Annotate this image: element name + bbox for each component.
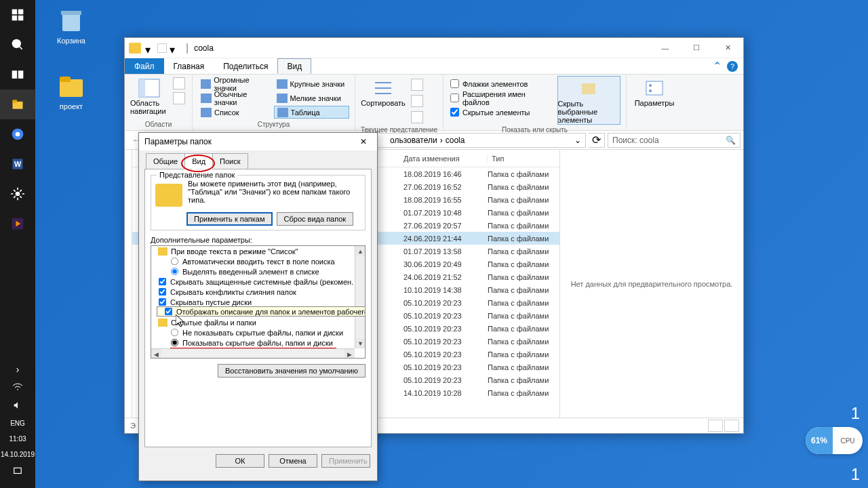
word-icon[interactable]: W (0, 149, 35, 179)
chrome-icon[interactable] (0, 119, 35, 149)
overlay-1: 1 (851, 404, 860, 423)
taskview-icon[interactable] (0, 60, 35, 89)
settings-icon[interactable] (0, 179, 35, 209)
taskbar: W › ENG 11:03 14.10.2019 (0, 0, 35, 488)
menu-home[interactable]: Главная (164, 58, 214, 74)
check-ext[interactable]: Расширения имен файлов (449, 92, 553, 104)
menu-file[interactable]: Файл (125, 58, 164, 74)
col-type[interactable]: Тип (488, 155, 559, 163)
menu-view[interactable]: Вид (277, 58, 311, 74)
tree-radio[interactable]: Не показывать скрытые файлы, папки и дис… (151, 327, 365, 338)
svg-rect-0 (12, 9, 18, 15)
check-flags[interactable]: Флажки элементов (449, 77, 553, 90)
view-large-icon[interactable] (724, 420, 739, 432)
tooltip: Отображать описание для папок и элементо… (157, 306, 366, 317)
help-icon[interactable]: ? (727, 61, 738, 72)
apply-button[interactable]: Применить (321, 454, 370, 468)
apply-to-folders-button[interactable]: Применить к папкам (186, 212, 273, 226)
addcol-button[interactable] (411, 79, 423, 91)
svg-point-29 (649, 89, 652, 92)
tree-check[interactable]: Скрывать пустые диски (151, 297, 365, 307)
group-areas-label: Области (130, 119, 186, 130)
cancel-button[interactable]: Отмена (269, 454, 317, 468)
svg-rect-7 (19, 71, 23, 78)
desktop-recycle-bin[interactable]: Корзина (47, 5, 95, 45)
maximize-button[interactable]: ☐ (681, 38, 712, 58)
explorer-icon[interactable] (0, 89, 35, 119)
titlebar[interactable]: ▾ ▾ | coola — ☐ ✕ (125, 38, 743, 58)
qa-icon[interactable] (157, 43, 167, 53)
menu-share[interactable]: Поделиться (214, 58, 277, 74)
groupby-button[interactable] (411, 95, 423, 107)
svg-rect-1 (18, 9, 24, 15)
start-button[interactable] (0, 0, 35, 30)
layout-small[interactable]: Мелкие значки (274, 92, 350, 104)
advanced-tree[interactable]: При вводе текста в режиме "Список" Автом… (151, 245, 366, 359)
tree-radio[interactable]: Автоматически вводить текст в поле поиск… (151, 256, 365, 266)
layout-list[interactable]: Список (198, 106, 274, 119)
cpu-percent: 61% (806, 427, 833, 454)
wifi-icon[interactable] (12, 379, 23, 396)
layout-large[interactable]: Крупные значки (274, 77, 350, 90)
options-button[interactable]: Параметры (632, 76, 677, 107)
expand-icon[interactable]: › (16, 360, 20, 379)
svg-rect-6 (13, 71, 17, 78)
col-date[interactable]: Дата изменения (399, 155, 488, 163)
recycle-label: Корзина (47, 37, 95, 45)
qa-dropdown-icon[interactable]: ▾ (170, 43, 179, 53)
volume-icon[interactable] (13, 396, 22, 415)
check-hidden[interactable]: Скрытые элементы (449, 106, 553, 119)
tray-lang[interactable]: ENG (10, 415, 25, 431)
svg-rect-9 (13, 100, 18, 102)
tab-view[interactable]: Вид (184, 153, 213, 169)
refresh-button[interactable]: ⟳ (589, 133, 605, 148)
folderview-group: Представление папок Вы можете применить … (151, 175, 366, 230)
nav-pane-button[interactable]: Область навигации (130, 76, 167, 115)
tab-general[interactable]: Общие (146, 153, 185, 169)
window-title: coola (194, 43, 214, 53)
hide-selected-button[interactable]: Скрыть выбранные элементы (557, 76, 620, 125)
tab-search[interactable]: Поиск (212, 153, 248, 169)
tray-date[interactable]: 14.10.2019 (1, 447, 35, 462)
sort-button[interactable]: Сортировать (361, 76, 406, 107)
view-details-icon[interactable] (708, 420, 723, 432)
advanced-label: Дополнительные параметры: (151, 236, 366, 244)
search-icon: 🔍 (726, 136, 736, 145)
svg-line-5 (20, 47, 22, 49)
svg-rect-22 (139, 79, 145, 97)
sizecol-button[interactable] (411, 111, 423, 123)
close-button[interactable]: ✕ (712, 38, 743, 58)
tray-time[interactable]: 11:03 (9, 431, 26, 447)
tree-check[interactable]: Скрывать защищенные системные файлы (рек… (151, 277, 365, 287)
restore-defaults-button[interactable]: Восстановить значения по умолчанию (218, 364, 366, 378)
layout-regular[interactable]: Обычные значки (198, 92, 274, 104)
svg-rect-17 (62, 14, 80, 31)
desktop-project-folder[interactable]: проект (47, 71, 95, 110)
svg-text:W: W (14, 160, 22, 168)
chevron-up-icon[interactable]: ⌃ (713, 60, 722, 73)
notifications-icon[interactable] (13, 462, 22, 481)
preview-pane-button[interactable] (173, 77, 185, 89)
dialog-titlebar[interactable]: Параметры папок ✕ (139, 133, 377, 150)
svg-rect-26 (582, 83, 595, 94)
layout-table[interactable]: Таблица (274, 106, 350, 119)
search-input[interactable]: Поиск: coola🔍 (608, 133, 741, 148)
tray: › ENG 11:03 14.10.2019 (0, 360, 35, 488)
tree-radio[interactable]: Выделять введенный элемент в списке (151, 266, 365, 277)
minimize-button[interactable]: — (650, 38, 681, 58)
tree-group: При вводе текста в режиме "Список" (151, 246, 365, 256)
search-icon[interactable] (0, 30, 35, 60)
qa-icon[interactable]: ▾ (145, 43, 155, 53)
cpu-widget[interactable]: 61% CPU (806, 427, 863, 454)
tree-check[interactable]: Скрывать конфликты слияния папок (151, 287, 365, 297)
media-icon[interactable] (0, 209, 35, 239)
svg-point-11 (16, 132, 20, 137)
group-structure-label: Структура (198, 119, 349, 130)
tree-radio[interactable]: Показывать скрытые файлы, папки и диски (151, 338, 365, 348)
dialog-close-button[interactable]: ✕ (350, 137, 377, 146)
ok-button[interactable]: ОК (216, 454, 264, 468)
details-pane-button[interactable] (173, 92, 185, 104)
reset-folders-button[interactable]: Сброс вида папок (277, 212, 354, 226)
layout-huge[interactable]: Огромные значки (198, 77, 274, 90)
preview-pane: Нет данных для предварительного просмотр… (559, 150, 743, 418)
